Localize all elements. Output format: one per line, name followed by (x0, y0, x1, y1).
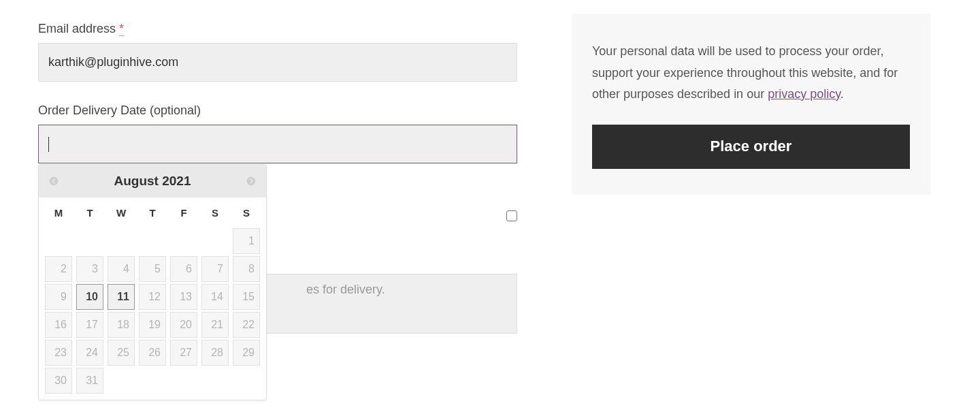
datepicker-day[interactable]: 12 (139, 284, 166, 310)
datepicker-dayname: F (168, 197, 199, 227)
svg-point-1 (247, 177, 256, 186)
datepicker-empty-cell (139, 368, 166, 394)
datepicker-day[interactable]: 8 (233, 256, 260, 282)
datepicker-day[interactable]: 9 (45, 284, 72, 310)
datepicker-day[interactable]: 27 (170, 340, 197, 366)
prev-month-button[interactable] (46, 173, 62, 189)
datepicker-day[interactable]: 10 (76, 284, 103, 310)
privacy-notice: Your personal data will be used to proce… (592, 41, 910, 106)
datepicker-empty-cell (201, 228, 229, 254)
privacy-policy-link[interactable]: privacy policy (768, 87, 840, 101)
email-label: Email address * (38, 22, 517, 36)
datepicker-empty-cell (170, 368, 197, 394)
datepicker-dayname: S (231, 197, 262, 227)
datepicker-day[interactable]: 19 (139, 312, 166, 338)
datepicker-day[interactable]: 28 (201, 340, 229, 366)
datepicker-day[interactable]: 29 (233, 340, 260, 366)
datepicker-empty-cell (233, 368, 260, 394)
datepicker-day[interactable]: 20 (170, 312, 197, 338)
datepicker-day[interactable]: 11 (108, 284, 135, 310)
datepicker-dayname: W (105, 197, 137, 227)
datepicker-week-row: 23242526272829 (43, 338, 262, 366)
datepicker-empty-cell (108, 368, 135, 394)
email-label-text: Email address (38, 22, 119, 35)
datepicker-week-row: 2345678 (43, 255, 262, 283)
datepicker-header: August 2021 (39, 165, 266, 197)
datepicker-empty-cell (108, 228, 135, 254)
datepicker-dayname: M (43, 197, 74, 227)
datepicker-day[interactable]: 23 (45, 340, 72, 366)
required-indicator: * (119, 22, 124, 36)
datepicker-day[interactable]: 2 (45, 256, 72, 282)
datepicker-day[interactable]: 3 (76, 256, 103, 282)
datepicker-popup: August 2021 MTWTFSS 12345678910111213141… (38, 164, 267, 400)
datepicker-empty-cell (170, 228, 197, 254)
datepicker-day[interactable]: 26 (139, 340, 166, 366)
datepicker-day[interactable]: 22 (233, 312, 260, 338)
privacy-text-post: . (840, 87, 844, 101)
ship-different-checkbox[interactable] (506, 210, 517, 221)
datepicker-week-row: 9101112131415 (43, 283, 262, 311)
datepicker-week-row: 1 (43, 227, 262, 255)
datepicker-day[interactable]: 24 (76, 340, 103, 366)
datepicker-dayname: S (199, 197, 231, 227)
delivery-date-field[interactable] (38, 125, 517, 163)
datepicker-day[interactable]: 13 (170, 284, 197, 310)
order-notes-placeholder-fragment: es for delivery. (306, 283, 385, 297)
datepicker-week-row: 16171819202122 (43, 311, 262, 338)
datepicker-daynames-row: MTWTFSS (43, 197, 262, 227)
order-summary-panel: Your personal data will be used to proce… (572, 14, 930, 195)
datepicker-day[interactable]: 5 (139, 256, 166, 282)
datepicker-dayname: T (137, 197, 168, 227)
delivery-date-label: Order Delivery Date (optional) (38, 104, 517, 118)
next-month-button[interactable] (243, 173, 259, 189)
datepicker-day[interactable]: 16 (45, 312, 72, 338)
privacy-text-pre: Your personal data will be used to proce… (592, 44, 898, 101)
datepicker-day[interactable]: 15 (233, 284, 260, 310)
datepicker-week-row: 3031 (43, 366, 262, 394)
datepicker-day[interactable]: 1 (233, 228, 260, 254)
datepicker-day[interactable]: 4 (108, 256, 135, 282)
email-field[interactable] (38, 43, 517, 82)
datepicker-empty-cell (139, 228, 166, 254)
place-order-button[interactable]: Place order (592, 125, 910, 169)
svg-point-0 (50, 177, 59, 186)
datepicker-empty-cell (201, 368, 229, 394)
datepicker-empty-cell (76, 228, 103, 254)
datepicker-day[interactable]: 30 (45, 368, 72, 394)
datepicker-day[interactable]: 6 (170, 256, 197, 282)
datepicker-day[interactable]: 31 (76, 368, 103, 394)
datepicker-empty-cell (45, 228, 72, 254)
chevron-left-icon (49, 176, 59, 186)
datepicker-day[interactable]: 18 (108, 312, 135, 338)
datepicker-day[interactable]: 17 (76, 312, 103, 338)
datepicker-day[interactable]: 25 (108, 340, 135, 366)
chevron-right-icon (246, 176, 256, 186)
datepicker-day[interactable]: 7 (201, 256, 229, 282)
text-cursor (48, 137, 49, 152)
datepicker-dayname: T (74, 197, 105, 227)
datepicker-title: August 2021 (114, 174, 191, 189)
datepicker-day[interactable]: 14 (201, 284, 229, 310)
datepicker-day[interactable]: 21 (201, 312, 229, 338)
